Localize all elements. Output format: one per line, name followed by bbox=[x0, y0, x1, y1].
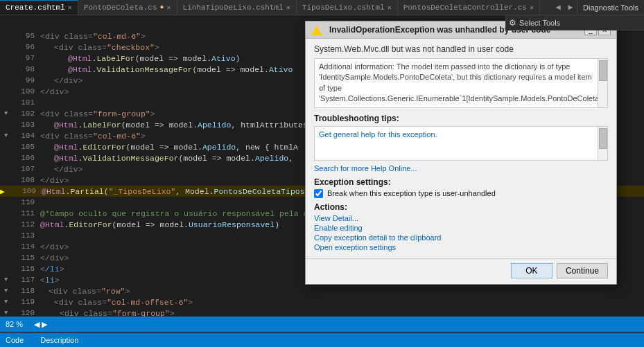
line-number: 119 bbox=[14, 298, 40, 306]
line-number: 117 bbox=[14, 276, 40, 284]
line-content: </div> bbox=[40, 87, 69, 96]
dialog-body: System.Web.Mvc.dll but was not handled i… bbox=[306, 39, 616, 258]
status-code: Code bbox=[6, 336, 24, 344]
line-content: @Html.EditorFor(model => model.Apelido, … bbox=[40, 143, 298, 152]
view-detail-link[interactable]: View Detail... bbox=[314, 214, 608, 222]
exception-settings-title: Exception settings: bbox=[314, 177, 608, 187]
line-number: 106 bbox=[14, 154, 40, 162]
troubleshooting-title: Troubleshooting tips: bbox=[314, 114, 608, 123]
tab-scroll-right[interactable]: ▶ bbox=[564, 0, 577, 15]
troubleshoot-thumb bbox=[599, 128, 607, 149]
line-number: 103 bbox=[14, 121, 40, 129]
actions-section: Actions: View Detail... Enable editing C… bbox=[314, 202, 608, 251]
line-number: 104 bbox=[14, 132, 40, 140]
troubleshoot-scrollbar[interactable] bbox=[598, 127, 607, 160]
select-tools-icon: ⚙ bbox=[509, 18, 516, 28]
zoom-level: 82 % bbox=[6, 320, 23, 328]
search-more-link-container: Search for more Help Online... bbox=[314, 163, 608, 173]
expand-arrow: ▼ bbox=[4, 299, 14, 305]
scroll-indicator: ◀ ▶ bbox=[34, 320, 47, 329]
warning-icon bbox=[311, 26, 322, 35]
status-description: Description bbox=[40, 336, 78, 344]
troubleshooting-link[interactable]: Get general help for this exception. bbox=[319, 130, 437, 139]
actions-title: Actions: bbox=[314, 202, 608, 212]
line-number: 95 bbox=[14, 32, 40, 40]
expand-arrow: ▼ bbox=[4, 276, 14, 283]
line-number: 107 bbox=[14, 165, 40, 173]
copy-exception-link[interactable]: Copy exception detail to the clipboard bbox=[314, 233, 608, 242]
open-exception-settings-link[interactable]: Open exception settings bbox=[314, 243, 608, 251]
exception-detail-box: Additional information: The model item p… bbox=[314, 58, 608, 108]
line-content: <div class="row"> bbox=[40, 287, 130, 296]
close-icon[interactable]: ✕ bbox=[530, 3, 534, 12]
line-content: </div> bbox=[40, 253, 69, 263]
search-online-link[interactable]: Search for more Help Online... bbox=[314, 164, 417, 172]
line-number: 112 bbox=[14, 220, 40, 229]
tab-label: TiposDeLixo.cshtml bbox=[302, 3, 385, 12]
tab-label: LinhaTipoDeLixo.cshtml bbox=[183, 3, 284, 12]
line-number: 114 bbox=[14, 242, 40, 251]
line-content: </li> bbox=[40, 265, 64, 274]
expand-arrow: ▼ bbox=[4, 310, 14, 317]
line-number: 118 bbox=[14, 287, 40, 295]
tab-ponto-de-coleta[interactable]: PontoDeColeta.cs ● ✕ bbox=[78, 0, 177, 15]
bottom-status-bar: Code Description bbox=[0, 333, 644, 347]
line-number: 99 bbox=[14, 76, 40, 84]
line-content: @Html.LabelFor(model => model.Ativo) bbox=[40, 54, 240, 63]
line-number: 98 bbox=[14, 65, 40, 73]
line-content: </div> bbox=[40, 176, 69, 185]
exception-dialog: InvalidOperationException was unhandled … bbox=[305, 21, 617, 285]
tab-create-cshtml[interactable]: Create.cshtml ✕ bbox=[0, 0, 78, 15]
line-number: 102 bbox=[14, 109, 40, 118]
line-number: 109 bbox=[15, 187, 42, 195]
line-indicator: ▶ bbox=[0, 187, 6, 196]
ok-button[interactable]: OK bbox=[511, 263, 552, 278]
line-number: 110 bbox=[14, 198, 40, 206]
checkbox-label-text: Break when this exception type is user-u… bbox=[327, 189, 496, 197]
diagnostic-tools-header: Diagnostic Tools bbox=[577, 0, 644, 15]
line-content: </div> bbox=[40, 76, 82, 85]
tab-linha-tipo[interactable]: LinhaTipoDeLixo.cshtml ✕ bbox=[177, 0, 297, 15]
code-line-119: ▼ 119 <div class="col-md-offset-6"> bbox=[0, 296, 644, 308]
expand-arrow: ▼ bbox=[4, 110, 14, 117]
tab-pontos-controller[interactable]: PontosDeColetaController.cs ✕ bbox=[398, 0, 540, 15]
troubleshooting-section: Troubleshooting tips: Get general help f… bbox=[314, 114, 608, 161]
scrollbar-thumb bbox=[599, 60, 607, 81]
tab-tipos-lixo[interactable]: TiposDeLixo.cshtml ✕ bbox=[297, 0, 398, 15]
line-number: 108 bbox=[14, 176, 40, 184]
line-number: 96 bbox=[14, 43, 40, 51]
additional-info-text: Additional information: The model item p… bbox=[319, 62, 608, 103]
tab-scroll-left[interactable]: ◀ bbox=[552, 0, 564, 15]
troubleshooting-box: Get general help for this exception. bbox=[314, 126, 608, 161]
line-content: <div class="checkbox"> bbox=[40, 43, 159, 52]
line-content: <div class="col-md-offset-6"> bbox=[40, 298, 193, 307]
line-number: 115 bbox=[14, 253, 40, 262]
dialog-message: System.Web.Mvc.dll but was not handled i… bbox=[314, 44, 608, 54]
line-content: <div class="col-md-6"> bbox=[40, 32, 146, 41]
locals-panel: Locals Name Value Code Description bbox=[0, 332, 644, 347]
enable-editing-link[interactable]: Enable editing bbox=[314, 224, 608, 232]
line-number: 97 bbox=[14, 54, 40, 62]
close-icon[interactable]: ✕ bbox=[167, 3, 171, 12]
line-content: </div> bbox=[40, 165, 82, 174]
expand-arrow: ▼ bbox=[4, 132, 14, 139]
exception-checkbox[interactable] bbox=[314, 189, 323, 198]
dialog-footer: OK Continue bbox=[306, 258, 616, 284]
line-number: 100 bbox=[14, 87, 40, 96]
line-number: 116 bbox=[14, 265, 40, 273]
close-icon[interactable]: ✕ bbox=[388, 3, 392, 12]
line-content: @Html.EditorFor(model => model.UsuarioRe… bbox=[40, 220, 279, 229]
scrollbar[interactable] bbox=[598, 59, 607, 107]
line-content: @Html.Partial("_TiposDeLixo", Model.Pont… bbox=[42, 187, 324, 196]
close-icon[interactable]: ✕ bbox=[286, 3, 290, 12]
line-content: @*Campo oculto que registra o usuário re… bbox=[40, 209, 322, 218]
close-icon[interactable]: ✕ bbox=[68, 3, 72, 12]
line-content: @Html.LabelFor(model => model.Apelido, h… bbox=[40, 121, 313, 130]
line-content: @Html.ValidationMessageFor(model => mode… bbox=[40, 65, 293, 74]
line-content: <li> bbox=[40, 276, 60, 285]
modified-indicator: ● bbox=[159, 3, 164, 11]
line-number: 113 bbox=[14, 231, 40, 240]
expand-arrow: ▼ bbox=[4, 287, 14, 294]
continue-button[interactable]: Continue bbox=[557, 263, 608, 278]
exception-checkbox-label[interactable]: Break when this exception type is user-u… bbox=[314, 189, 608, 198]
